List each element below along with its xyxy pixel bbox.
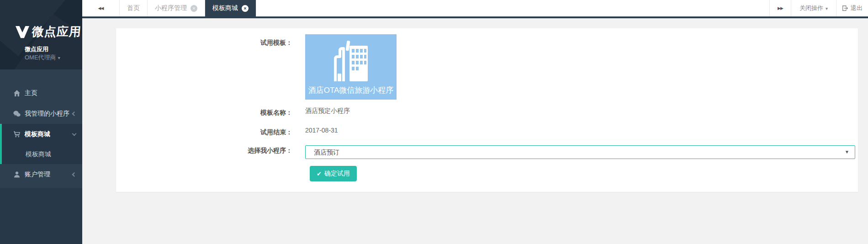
buildings-icon — [323, 38, 378, 81]
main-content: 试用模板： — [82, 18, 868, 244]
logout-icon — [842, 5, 848, 11]
sidebar: 微点应用 微点应用 OME代理商▾ 主页 我管理的小程序 — [0, 0, 82, 244]
home-icon — [13, 89, 21, 97]
sidebar-group-template-mall: 模板商城 模板商城 — [0, 124, 82, 164]
tab-miniprogram-management[interactable]: 小程序管理 × — [148, 0, 205, 16]
sidebar-item-label: 账户管理 — [25, 170, 50, 179]
sidebar-footer — [0, 188, 82, 244]
select-miniprogram-label: 选择我小程序： — [116, 147, 292, 155]
template-name-label: 模板名称： — [116, 109, 292, 117]
v-logo-icon — [16, 26, 29, 38]
close-operations-label: 关闭操作 — [799, 4, 823, 12]
brand-logo: 微点应用 — [16, 24, 81, 40]
tab-label: 首页 — [127, 4, 140, 12]
tabs-scroll-right-button[interactable]: ▶▶ — [769, 0, 791, 16]
tab-template-mall[interactable]: 模板商城 × — [205, 0, 256, 16]
sidebar-item-my-miniprograms[interactable]: 我管理的小程序 — [0, 103, 82, 124]
account-name: 微点应用 — [25, 45, 48, 53]
caret-down-icon: ▾ — [826, 6, 828, 11]
trial-end-label: 试用结束： — [116, 128, 292, 137]
sidebar-item-label: 我管理的小程序 — [25, 110, 69, 118]
tab-label: 模板商城 — [212, 4, 238, 12]
tab-label: 小程序管理 — [155, 4, 187, 12]
template-trial-panel: 试用模板： — [116, 28, 858, 192]
sidebar-item-home[interactable]: 主页 — [0, 83, 82, 103]
chevron-down-icon — [72, 131, 77, 136]
logout-label: 退出 — [851, 4, 863, 12]
sidebar-subitem-label: 模板商城 — [26, 150, 51, 159]
trial-template-label: 试用模板： — [116, 39, 292, 47]
double-left-arrow-icon: ◀◀ — [98, 6, 104, 11]
caret-down-icon: ▾ — [58, 55, 60, 60]
trial-end-value: 2017-08-31 — [305, 127, 338, 134]
template-card[interactable]: 酒店OTA微信旅游小程序 — [305, 34, 397, 100]
sidebar-item-label: 模板商城 — [25, 130, 50, 138]
account-role-label: OME代理商 — [25, 54, 56, 61]
wechat-icon — [13, 110, 21, 117]
chevron-left-icon — [72, 111, 77, 116]
double-right-arrow-icon: ▶▶ — [778, 6, 783, 11]
miniprogram-select-value: 酒店预订 — [314, 149, 339, 157]
tabbar-spacer — [256, 0, 769, 16]
cart-icon — [13, 130, 21, 138]
chevron-left-icon — [72, 172, 77, 177]
sidebar-item-label: 主页 — [25, 89, 37, 97]
tab-bar: ◀◀ 首页 小程序管理 × 模板商城 × ▶▶ 关闭操作▾ 退出 — [82, 0, 868, 18]
confirm-trial-label: 确定试用 — [324, 170, 350, 178]
check-icon: ✔ — [317, 170, 322, 177]
tab-home[interactable]: 首页 — [120, 0, 148, 16]
close-operations-dropdown[interactable]: 关闭操作▾ — [791, 0, 836, 16]
sidebar-item-template-mall[interactable]: 模板商城 — [2, 124, 82, 144]
sidebar-item-account-management[interactable]: 账户管理 — [0, 164, 82, 185]
select-dropdown-arrow-icon: ▼ — [845, 149, 849, 154]
close-tab-icon[interactable]: × — [242, 5, 249, 12]
brand-header: 微点应用 微点应用 OME代理商▾ — [0, 0, 82, 69]
account-role-dropdown[interactable]: OME代理商▾ — [25, 53, 60, 62]
sidebar-menu: 主页 我管理的小程序 模板商城 模板商城 — [0, 69, 82, 185]
close-tab-icon[interactable]: × — [191, 5, 197, 12]
user-icon — [13, 170, 21, 178]
confirm-trial-button[interactable]: ✔ 确定试用 — [310, 166, 357, 181]
sidebar-subitem-template-mall[interactable]: 模板商城 — [2, 144, 82, 164]
tabs-scroll-left-button[interactable]: ◀◀ — [82, 0, 120, 16]
template-card-caption: 酒店OTA微信旅游小程序 — [305, 85, 397, 95]
brand-logo-text: 微点应用 — [31, 24, 82, 40]
logout-button[interactable]: 退出 — [836, 0, 868, 16]
template-name-value: 酒店预定小程序 — [305, 107, 350, 115]
miniprogram-select[interactable]: 酒店预订 ▼ — [305, 145, 855, 159]
